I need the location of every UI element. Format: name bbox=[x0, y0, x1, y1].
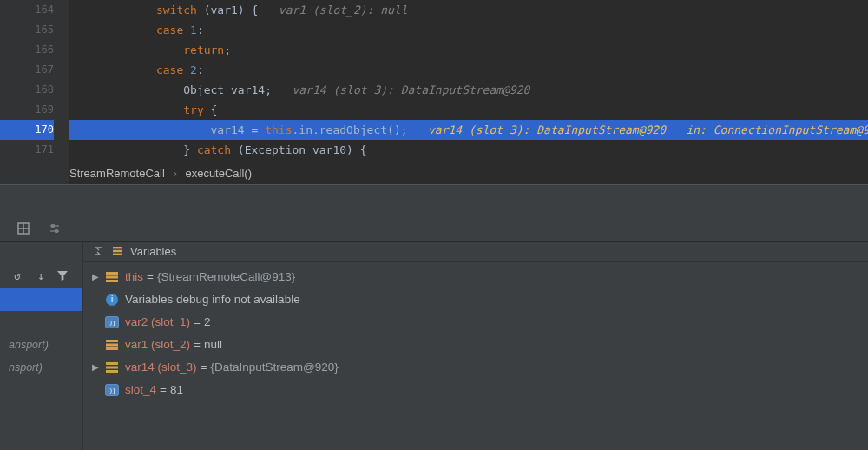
gutter-line[interactable]: 171 bbox=[0, 140, 54, 160]
breadcrumb-sep: › bbox=[173, 167, 176, 180]
code-editor: 164165166167168169170171 switch (var1) {… bbox=[0, 0, 868, 184]
svg-rect-9 bbox=[113, 253, 122, 255]
variable-row[interactable]: 01var2 (slot_1) = 2 bbox=[83, 311, 868, 334]
code-area[interactable]: switch (var1) { var1 (slot_2): null case… bbox=[69, 0, 868, 160]
code-line[interactable]: try { bbox=[69, 100, 868, 120]
line-gutter: 164165166167168169170171 bbox=[0, 0, 69, 184]
code-line[interactable]: case 1: bbox=[69, 20, 868, 40]
code-line[interactable]: } catch (Exception var10) { bbox=[69, 140, 868, 160]
stack-frame[interactable]: nsport) bbox=[0, 356, 82, 379]
settings-sliders-icon[interactable] bbox=[47, 221, 62, 236]
frames-column: ↺ ↓ ansport)nsport) bbox=[0, 242, 83, 450]
code-line[interactable]: return; bbox=[69, 40, 868, 60]
panel-divider[interactable] bbox=[0, 184, 868, 215]
expand-toggle-icon[interactable]: ▶ bbox=[92, 356, 104, 379]
svg-text:01: 01 bbox=[108, 387, 116, 395]
gutter-line[interactable]: 167 bbox=[0, 60, 54, 80]
variable-name: slot_4 bbox=[125, 379, 156, 401]
variable-value: {StreamRemoteCall@913} bbox=[157, 266, 295, 288]
svg-rect-18 bbox=[106, 362, 118, 365]
gutter-line[interactable]: 164 bbox=[0, 0, 54, 20]
frames-toolbar: ↺ ↓ bbox=[0, 262, 82, 288]
variables-header[interactable]: Variables bbox=[83, 242, 868, 262]
svg-rect-10 bbox=[106, 272, 118, 275]
svg-text:01: 01 bbox=[108, 319, 116, 328]
expand-toggle-icon[interactable]: ▶ bbox=[92, 266, 104, 288]
svg-point-6 bbox=[55, 229, 57, 232]
variable-name: var14 (slot_3) bbox=[125, 356, 197, 379]
variables-title: Variables bbox=[130, 242, 176, 262]
stack-icon bbox=[111, 245, 125, 259]
svg-rect-20 bbox=[106, 370, 118, 373]
filter-icon[interactable] bbox=[56, 269, 74, 281]
variable-value: 81 bbox=[170, 379, 183, 401]
restore-layout-icon[interactable] bbox=[92, 245, 106, 259]
gutter-line[interactable]: 169 bbox=[0, 100, 54, 120]
svg-rect-19 bbox=[106, 367, 118, 369]
variable-row[interactable]: ▶this = {StreamRemoteCall@913} bbox=[83, 266, 868, 288]
code-line[interactable]: switch (var1) { var1 (slot_2): null bbox=[69, 0, 868, 20]
code-line[interactable]: var14 = this.in.readObject(); var14 (slo… bbox=[69, 120, 868, 140]
variable-name: var1 (slot_2) bbox=[125, 334, 190, 356]
stack-frame[interactable] bbox=[0, 311, 82, 334]
variable-name: var2 (slot_1) bbox=[125, 311, 190, 334]
svg-rect-15 bbox=[106, 340, 118, 342]
svg-rect-7 bbox=[113, 247, 122, 248]
variable-row[interactable]: 01slot_4 = 81 bbox=[83, 379, 868, 401]
variable-row[interactable]: var1 (slot_2) = null bbox=[83, 334, 868, 356]
variable-info: Variables debug info not available bbox=[125, 288, 300, 311]
stack-frame[interactable] bbox=[0, 288, 82, 311]
debug-panel: ↺ ↓ ansport)nsport) Variables ▶this = {S… bbox=[0, 242, 868, 450]
breadcrumb-method[interactable]: executeCall() bbox=[185, 167, 252, 180]
stack-frame[interactable]: ansport) bbox=[0, 334, 82, 356]
svg-point-4 bbox=[51, 224, 54, 227]
code-line[interactable]: Object var14; var14 (slot_3): DataInputS… bbox=[69, 80, 868, 100]
gutter-line[interactable]: 165 bbox=[0, 20, 54, 40]
variable-value: 2 bbox=[204, 311, 211, 334]
variables-list: ▶this = {StreamRemoteCall@913}iVariables… bbox=[83, 262, 868, 405]
code-line[interactable]: case 2: bbox=[69, 60, 868, 80]
gutter-line[interactable]: 168 bbox=[0, 80, 54, 100]
gutter-line[interactable]: 166 bbox=[0, 40, 54, 60]
debug-toolbar bbox=[0, 215, 868, 242]
gutter-line[interactable]: 170 bbox=[0, 120, 54, 140]
svg-rect-11 bbox=[106, 276, 118, 279]
svg-rect-16 bbox=[106, 344, 118, 347]
variable-row[interactable]: iVariables debug info not available bbox=[83, 288, 868, 311]
variable-value: {DataInputStream@920} bbox=[210, 356, 338, 379]
svg-rect-17 bbox=[106, 347, 118, 350]
variable-row[interactable]: ▶var14 (slot_3) = {DataInputStream@920} bbox=[83, 356, 868, 379]
restart-icon[interactable]: ↺ bbox=[9, 269, 26, 282]
variable-name: this bbox=[125, 266, 143, 288]
variable-value: null bbox=[204, 334, 222, 356]
breadcrumb-class[interactable]: StreamRemoteCall bbox=[69, 167, 165, 180]
svg-rect-8 bbox=[113, 249, 122, 251]
svg-rect-12 bbox=[106, 280, 118, 282]
grid-icon[interactable] bbox=[16, 221, 31, 236]
arrow-down-icon[interactable]: ↓ bbox=[32, 269, 49, 282]
breadcrumb[interactable]: StreamRemoteCall › executeCall() bbox=[69, 163, 252, 184]
variables-panel: Variables ▶this = {StreamRemoteCall@913}… bbox=[83, 242, 868, 450]
